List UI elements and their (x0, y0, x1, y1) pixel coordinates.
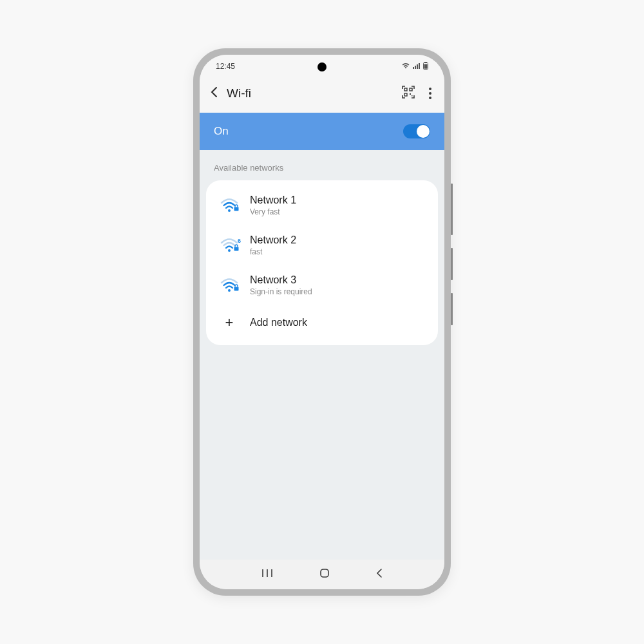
status-indicators (401, 62, 428, 71)
network-detail: Very fast (250, 207, 426, 216)
wifi-toggle-switch[interactable] (403, 124, 430, 138)
plus-icon: + (218, 314, 241, 331)
wifi-signal-icon (218, 198, 241, 213)
svg-rect-17 (234, 287, 239, 291)
wifi-signal-icon: 6 (218, 238, 241, 252)
svg-point-14 (228, 249, 231, 252)
svg-rect-8 (410, 88, 412, 91)
svg-rect-21 (321, 569, 328, 577)
svg-rect-10 (410, 93, 411, 95)
home-icon (319, 568, 330, 578)
lock-icon (233, 282, 240, 294)
svg-rect-1 (415, 66, 416, 69)
network-item[interactable]: Network 1 Very fast (206, 185, 438, 225)
lock-icon (233, 242, 240, 254)
phone-frame: 12:45 Wi-fi (193, 48, 451, 596)
chevron-left-icon (210, 86, 218, 98)
network-name: Network 2 (250, 234, 426, 246)
home-button[interactable] (316, 564, 334, 585)
status-time: 12:45 (216, 62, 235, 71)
header-bar: Wi-fi (200, 74, 444, 113)
system-nav-bar (200, 560, 444, 589)
more-options-button[interactable] (428, 84, 433, 103)
svg-rect-15 (234, 247, 239, 251)
available-networks-label: Available networks (200, 150, 444, 180)
content-area: Available networks (200, 150, 444, 560)
side-button (451, 184, 453, 235)
more-vertical-icon (429, 88, 431, 90)
back-button[interactable] (210, 84, 223, 103)
svg-rect-13 (234, 207, 239, 211)
qr-code-icon (402, 86, 415, 99)
qr-scan-button[interactable] (398, 82, 419, 105)
wifi-status-icon (401, 62, 410, 71)
svg-rect-7 (404, 88, 407, 91)
svg-rect-6 (424, 64, 428, 68)
network-item[interactable]: Network 3 Sign-in is required (206, 265, 438, 305)
svg-rect-2 (417, 64, 418, 69)
network-detail: fast (250, 247, 426, 256)
signal-icon (412, 62, 421, 71)
network-detail: Sign-in is required (250, 287, 426, 296)
recents-icon (261, 569, 273, 578)
network-name: Network 3 (250, 274, 426, 286)
wifi-signal-icon (218, 278, 241, 292)
network-info: Network 3 Sign-in is required (250, 274, 426, 296)
side-button (451, 248, 453, 280)
battery-icon (423, 62, 428, 71)
chevron-left-icon (376, 568, 383, 578)
lock-icon (233, 202, 240, 214)
svg-rect-0 (413, 67, 414, 69)
svg-point-16 (228, 289, 231, 292)
nav-back-button[interactable] (372, 564, 386, 585)
add-network-button[interactable]: + Add network (206, 305, 438, 340)
svg-rect-3 (419, 63, 420, 69)
screen: 12:45 Wi-fi (200, 55, 444, 589)
front-camera (317, 62, 327, 71)
wifi-toggle-label: On (214, 125, 229, 138)
side-button (451, 293, 453, 325)
svg-rect-11 (412, 95, 413, 97)
network-info: Network 1 Very fast (250, 194, 426, 216)
add-network-label: Add network (250, 317, 307, 328)
recents-button[interactable] (258, 565, 277, 584)
network-name: Network 1 (250, 194, 426, 206)
network-item[interactable]: 6 Network 2 fast (206, 225, 438, 265)
svg-point-12 (228, 209, 231, 212)
toggle-knob (417, 125, 430, 138)
page-title: Wi-fi (227, 86, 398, 100)
svg-rect-9 (404, 93, 407, 96)
wifi-toggle-bar[interactable]: On (200, 113, 444, 150)
network-info: Network 2 fast (250, 234, 426, 256)
network-list: Network 1 Very fast 6 (206, 180, 438, 345)
